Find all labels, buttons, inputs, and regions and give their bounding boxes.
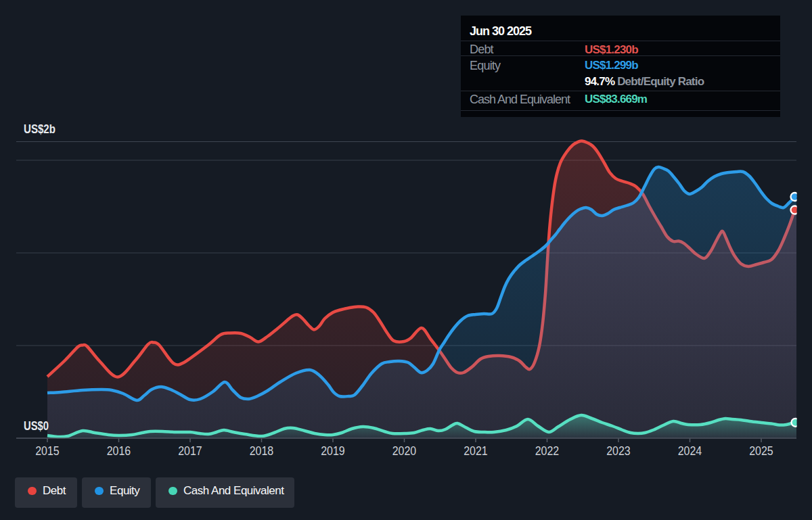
svg-text:US$2b: US$2b xyxy=(24,122,55,136)
svg-text:2015: 2015 xyxy=(35,444,60,458)
svg-text:2022: 2022 xyxy=(535,444,560,458)
svg-text:2017: 2017 xyxy=(178,444,202,458)
svg-text:2021: 2021 xyxy=(464,444,488,458)
svg-text:2025: 2025 xyxy=(749,444,773,458)
svg-text:2018: 2018 xyxy=(250,444,274,458)
svg-text:2019: 2019 xyxy=(321,444,345,458)
svg-text:US$0: US$0 xyxy=(24,419,49,433)
svg-text:2023: 2023 xyxy=(606,444,631,458)
svg-text:2016: 2016 xyxy=(107,444,131,458)
svg-text:2024: 2024 xyxy=(678,444,702,458)
svg-text:2020: 2020 xyxy=(392,444,417,458)
